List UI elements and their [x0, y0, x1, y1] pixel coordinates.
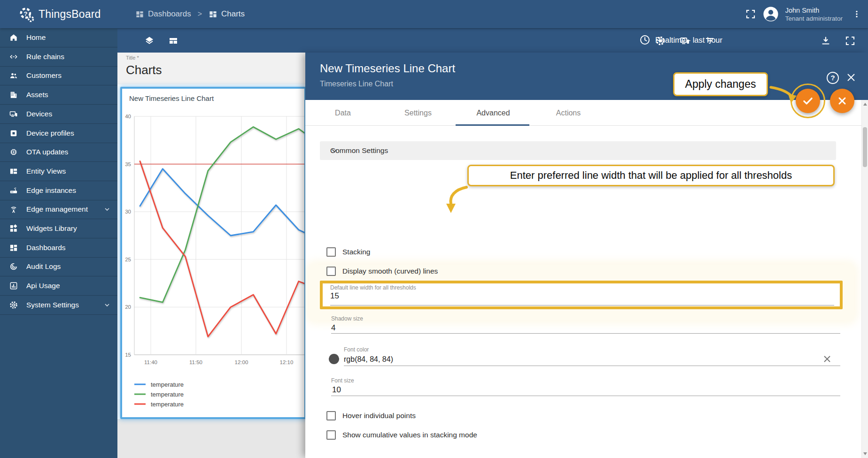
svg-text:?: ? [23, 10, 27, 17]
sidebar-item-label: System Settings [26, 301, 79, 309]
help-icon[interactable]: ? [827, 72, 839, 84]
checkbox-label: Stacking [342, 248, 370, 256]
sidebar-item-label: Audit Logs [26, 262, 61, 271]
dashboard-toolbar: Realtime - last hour [117, 28, 868, 53]
sidebar-item-widgets-library[interactable]: Widgets Library [0, 219, 117, 238]
checkbox-box[interactable] [326, 430, 336, 440]
discard-changes-button[interactable] [830, 89, 854, 113]
checkbox-box[interactable] [326, 267, 336, 276]
user-info[interactable]: John Smith Tenant administrator [785, 6, 843, 23]
font-color-swatch[interactable] [329, 354, 339, 364]
sidebar-item-assets[interactable]: Assets [0, 85, 117, 105]
checkbox-box[interactable] [326, 411, 336, 420]
download-icon[interactable] [820, 35, 831, 46]
sidebar-item-rule-chains[interactable]: Rule chains [0, 47, 117, 67]
system-settings-icon [9, 300, 18, 310]
customers-icon [9, 71, 18, 80]
dashboard-title-header: Title * Charts [117, 53, 306, 84]
dashboard-title-input[interactable]: Charts [126, 63, 162, 77]
apply-changes-button[interactable] [796, 89, 820, 113]
breadcrumb-charts[interactable]: Charts [221, 9, 245, 19]
app-header: ? ThingsBoard Dashboards > Charts [0, 0, 868, 28]
close-icon[interactable] [845, 72, 857, 83]
checkbox-box[interactable] [326, 247, 336, 257]
scroll-up-arrow[interactable] [863, 103, 867, 106]
font-color-input[interactable]: rgb(84, 84, 84) [344, 355, 393, 364]
font-size-input[interactable]: 10 [332, 385, 341, 395]
checkbox-smooth-lines[interactable]: Display smooth (curved) lines [326, 267, 438, 276]
checkbox-cumulative[interactable]: Show cumulative values in stacking mode [326, 430, 477, 440]
sidebar-item-label: Rule chains [26, 53, 64, 61]
time-window-label: Realtime - last hour [655, 36, 722, 45]
avatar[interactable] [763, 6, 779, 22]
field-label: Font color [344, 346, 369, 353]
assets-icon [9, 90, 18, 99]
dashboard-title-label: Title * [126, 55, 139, 61]
checkbox-label: Hover individual points [342, 412, 416, 420]
line-width-input[interactable]: 15 [330, 291, 339, 301]
section-title: Common Settings [330, 146, 388, 155]
sidebar-item-audit-logs[interactable]: Audit Logs [0, 257, 117, 276]
field-label: Shadow size [331, 315, 363, 322]
sidebar-item-edge-management[interactable]: Edge management [0, 200, 117, 219]
sidebar-item-system-settings[interactable]: System Settings [0, 296, 117, 315]
time-window-button[interactable]: Realtime - last hour [639, 34, 722, 46]
sidebar-item-label: Customers [26, 71, 62, 80]
breadcrumb-dashboards[interactable]: Dashboards [148, 9, 191, 19]
widget-selection-frame[interactable] [120, 87, 306, 419]
sidebar-item-device-profiles[interactable]: Device profiles [0, 124, 117, 143]
tab-advanced[interactable]: Advanced [456, 100, 531, 126]
audit-logs-icon [9, 262, 18, 271]
sidebar-item-home[interactable]: Home [0, 28, 117, 47]
devices-icon [9, 109, 18, 119]
panel-scrollbar[interactable] [861, 100, 868, 458]
shadow-size-input[interactable]: 4 [331, 323, 335, 333]
line-width-hint-callout: Enter preferred line width that will be … [467, 165, 835, 186]
sidebar-item-ota-updates[interactable]: OTA updates [0, 143, 117, 162]
tab-data[interactable]: Data [305, 100, 380, 126]
dashboards-icon [9, 243, 18, 252]
header-fullscreen-icon[interactable] [745, 8, 756, 20]
sidebar-item-api-usage[interactable]: Api Usage [0, 276, 117, 296]
tab-actions[interactable]: Actions [531, 100, 606, 126]
input-underline [331, 333, 840, 334]
panel-title: New Timeseries Line Chart [320, 62, 455, 75]
sidebar-item-customers[interactable]: Customers [0, 66, 117, 85]
layout-icon[interactable] [168, 35, 179, 46]
breadcrumb: Dashboards > Charts [135, 9, 245, 19]
sidebar-item-devices[interactable]: Devices [0, 105, 117, 124]
checkbox-hover-points[interactable]: Hover individual points [326, 411, 416, 420]
ota-updates-icon [9, 147, 18, 157]
section-common-settings[interactable]: Common Settings [320, 141, 836, 160]
scrollbar-thumb[interactable] [863, 127, 867, 167]
edge-instances-icon [9, 186, 18, 195]
scroll-down-arrow[interactable] [863, 452, 867, 455]
breadcrumb-separator: > [198, 10, 202, 18]
sidebar-item-label: Dashboards [26, 244, 66, 252]
checkbox-stacking[interactable]: Stacking [326, 247, 370, 257]
line-width-field-highlighted: Default line width for all thresholds 15 [320, 281, 843, 309]
layers-icon[interactable] [144, 35, 155, 46]
home-icon [9, 33, 18, 42]
field-label: Font size [331, 377, 354, 384]
sidebar: HomeRule chainsCustomersAssetsDevicesDev… [0, 28, 117, 458]
panel-header: New Timeseries Line Chart Timeseries Lin… [305, 53, 868, 100]
tab-settings[interactable]: Settings [380, 100, 456, 126]
panel-tabs: Data Settings Advanced Actions [305, 100, 868, 126]
user-role: Tenant administrator [785, 15, 843, 23]
entity-views-icon [9, 167, 18, 176]
sidebar-item-entity-views[interactable]: Entity Views [0, 162, 117, 181]
clear-icon[interactable] [822, 353, 833, 365]
widget-details-panel: New Timeseries Line Chart Timeseries Lin… [305, 53, 868, 458]
device-profiles-icon [9, 129, 18, 138]
sidebar-item-label: Api Usage [26, 282, 60, 290]
toolbar-fullscreen-icon[interactable] [845, 35, 856, 46]
user-name: John Smith [785, 6, 843, 15]
kebab-menu-icon[interactable] [852, 8, 861, 20]
edge-management-icon [9, 205, 18, 214]
logo[interactable]: ? ThingsBoard [0, 0, 117, 28]
sidebar-item-dashboards[interactable]: Dashboards [0, 238, 117, 258]
rule-chains-icon [9, 52, 18, 61]
dashboards-tiles-icon [135, 10, 144, 19]
sidebar-item-edge-instances[interactable]: Edge instances [0, 181, 117, 200]
